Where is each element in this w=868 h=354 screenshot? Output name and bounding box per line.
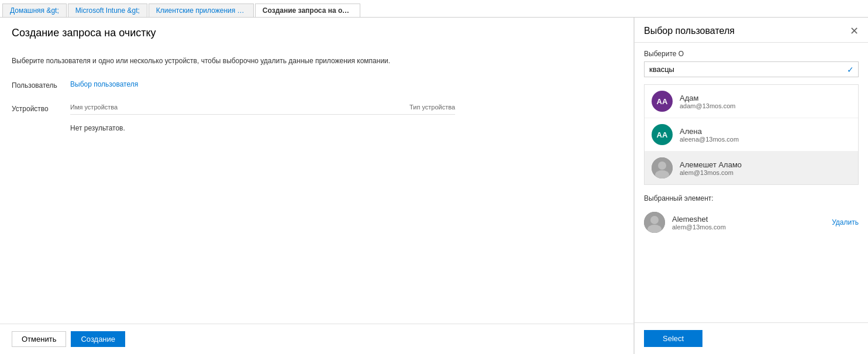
close-button[interactable]: ✕ [850, 26, 859, 36]
avatar-alemeshet [652, 157, 673, 178]
selected-avatar [644, 212, 665, 233]
bottom-bar: Отменить Создание [0, 324, 633, 354]
user-email-aleena: aleena@13mos.com [680, 136, 851, 143]
create-button[interactable]: Создание [71, 331, 125, 347]
left-panel: Создание запроса на очистку Выберите пол… [0, 18, 634, 354]
user-info-aleena: Алена aleena@13mos.com [680, 127, 851, 143]
device-col-type-header: Тип устройства [409, 104, 455, 111]
selected-label: Выбранный элемент: [644, 194, 859, 202]
user-name-adam: Адам [680, 94, 851, 102]
search-label: Выберите О [644, 50, 859, 58]
tab-client-apps[interactable]: Клиентские приложения – выборочная очист… [149, 4, 254, 17]
avatar-aleena: AA [652, 124, 673, 145]
page-title: Создание запроса на очистку [0, 18, 633, 46]
search-check-icon: ✓ [847, 65, 854, 74]
device-label: Устройство [12, 104, 70, 113]
right-panel: Выбор пользователя ✕ Выберите О ✓ AA Ада… [634, 18, 868, 354]
device-header: Имя устройства Тип устройства [70, 104, 455, 115]
avatar-adam: AA [652, 91, 673, 112]
selected-user-email: alem@13mos.com [672, 224, 832, 231]
tab-home[interactable]: Домашняя &gt; [2, 4, 67, 17]
device-col-name-header: Имя устройства [70, 104, 409, 111]
selected-item: Alemeshet alem@13mos.com Удалить [644, 207, 859, 238]
device-no-results: Нет результатов. [70, 119, 455, 137]
form-section: Пользователь Выбор пользователя Устройст… [0, 75, 633, 354]
search-input[interactable] [644, 61, 859, 77]
page-description: Выберите пользователя и одно или несколь… [0, 46, 633, 75]
tab-create-request[interactable]: Создание запроса на очистку [255, 4, 360, 17]
user-info-adam: Адам adam@13mos.com [680, 94, 851, 109]
user-label: Пользователь [12, 80, 70, 90]
user-info-alemeshet: Алемешет Аламо alem@13mos.com [680, 160, 851, 176]
select-user-link[interactable]: Выбор пользователя [70, 80, 138, 88]
user-form-row: Пользователь Выбор пользователя [12, 80, 622, 90]
user-list: AA Адам adam@13mos.com AA Алена aleena@1… [644, 84, 859, 185]
panel-title: Выбор пользователя [644, 26, 735, 36]
panel-footer: Select [635, 322, 868, 354]
device-section: Имя устройства Тип устройства Нет резуль… [70, 104, 455, 137]
user-email-adam: adam@13mos.com [680, 102, 851, 109]
device-form-row: Устройство Имя устройства Тип устройства… [12, 104, 622, 137]
svg-point-4 [650, 216, 659, 224]
select-button[interactable]: Select [644, 330, 702, 347]
user-item-aleena[interactable]: AA Алена aleena@13mos.com [645, 118, 858, 152]
user-item-adam[interactable]: AA Адам adam@13mos.com [645, 85, 858, 118]
search-input-container: ✓ [644, 61, 859, 77]
panel-header: Выбор пользователя ✕ [635, 18, 868, 43]
panel-body: Выберите О ✓ AA Адам adam@13mos.com AA [635, 43, 868, 322]
selected-user-name: Alemeshet [672, 215, 832, 224]
selected-user-info: Alemeshet alem@13mos.com [672, 215, 832, 231]
user-item-alemeshet[interactable]: Алемешет Аламо alem@13mos.com [645, 152, 858, 184]
user-email-alemeshet: alem@13mos.com [680, 169, 851, 176]
main-container: Создание запроса на очистку Выберите пол… [0, 18, 868, 354]
tab-bar: Домашняя &gt; Microsoft Intune &gt; Клие… [0, 0, 868, 18]
user-name-alemeshet: Алемешет Аламо [680, 160, 851, 169]
user-name-aleena: Алена [680, 127, 851, 136]
tab-intune[interactable]: Microsoft Intune &gt; [68, 4, 147, 17]
svg-point-1 [658, 161, 666, 170]
remove-button[interactable]: Удалить [832, 218, 859, 226]
cancel-button[interactable]: Отменить [12, 331, 66, 347]
selected-section: Выбранный элемент: Alemeshet alem@13mos.… [644, 194, 859, 238]
